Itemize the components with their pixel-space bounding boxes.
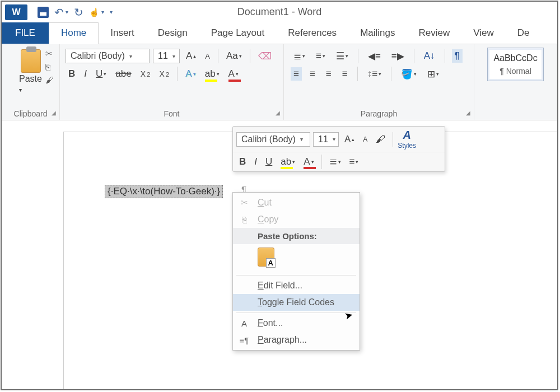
ctx-cut[interactable]: ✂Cut xyxy=(233,194,360,211)
group-label-font: Font xyxy=(63,108,280,120)
tab-references[interactable]: References xyxy=(276,23,348,44)
tab-home[interactable]: Home xyxy=(49,22,99,44)
decrease-indent-button[interactable]: ◀≡ xyxy=(365,49,384,63)
ribbon: Paste▾ ✂ ⎘ 🖌 Clipboard ◢ Calibri (Body)▾… xyxy=(2,44,557,120)
ctx-paste-keep-text[interactable] xyxy=(233,244,360,273)
mini-toolbar: Calibri (Body)▾ 11▾ A▴ A 🖌 AStyles B I U… xyxy=(232,126,445,172)
copy-icon: ⎘ xyxy=(239,215,250,225)
tab-design[interactable]: Design xyxy=(146,23,199,44)
tab-review[interactable]: Review xyxy=(407,23,461,44)
clipboard-launcher[interactable]: ◢ xyxy=(52,110,56,116)
group-label-paragraph: Paragraph xyxy=(287,108,470,120)
tab-developer[interactable]: De xyxy=(506,23,542,44)
shrink-font-button[interactable]: A xyxy=(202,51,213,62)
mini-styles-label[interactable]: Styles xyxy=(398,142,416,150)
ctx-paste-options-header: Paste Options: xyxy=(233,228,360,244)
copy-button[interactable]: ⎘ xyxy=(45,62,54,72)
group-font: Calibri (Body)▾ 11▾ A▴ A Aa▾ ⌫ B I U▾ ab… xyxy=(60,44,284,120)
mini-font-color[interactable]: A▾ xyxy=(301,155,316,169)
mini-font-combo[interactable]: Calibri (Body)▾ xyxy=(236,132,310,147)
scissors-icon: ✂ xyxy=(239,198,250,208)
qat-customize-button[interactable]: ▾ xyxy=(110,9,113,15)
tab-insert[interactable]: Insert xyxy=(99,23,146,44)
group-clipboard: Paste▾ ✂ ⎘ 🖌 Clipboard ◢ xyxy=(2,44,60,120)
redo-button[interactable]: ↻ xyxy=(74,6,83,19)
paragraph-launcher[interactable]: ◢ xyxy=(466,110,470,116)
numbering-button[interactable]: ≡▾ xyxy=(313,49,328,63)
cut-button[interactable]: ✂ xyxy=(45,49,54,59)
superscript-button[interactable]: X2 xyxy=(157,68,172,80)
font-color-button[interactable]: A▾ xyxy=(226,67,241,81)
tab-page-layout[interactable]: Page Layout xyxy=(199,23,276,44)
paste-label[interactable]: Paste▾ xyxy=(19,74,42,94)
font-icon: A xyxy=(239,319,250,328)
quick-access-toolbar: ↶▾ ↻ ☝▾ ▾ xyxy=(38,6,113,19)
mini-bold[interactable]: B xyxy=(236,155,249,169)
italic-button[interactable]: I xyxy=(81,67,90,81)
bold-button[interactable]: B xyxy=(66,67,78,81)
line-spacing-button[interactable]: ↕≡▾ xyxy=(365,67,384,81)
window-title: Document1 - Word xyxy=(237,6,322,18)
ctx-font[interactable]: AFont... xyxy=(233,315,360,332)
group-label-clipboard: Clipboard xyxy=(14,108,48,120)
mini-italic[interactable]: I xyxy=(251,155,260,169)
group-paragraph: ≣▾ ≡▾ ☰▾ ◀≡ ≡▶ A↓ ¶ ≡ ≡ ≡ ≡ ↕≡▾ 🪣▾ ⊞ xyxy=(284,44,474,120)
mini-size-combo[interactable]: 11▾ xyxy=(313,132,339,147)
tab-view[interactable]: View xyxy=(461,23,506,44)
ribbon-tabs: FILE Home Insert Design Page Layout Refe… xyxy=(2,22,557,44)
grow-font-button[interactable]: A▴ xyxy=(183,49,199,63)
borders-button[interactable]: ⊞▾ xyxy=(424,67,442,81)
group-styles: AaBbCcDc ¶ Normal xyxy=(474,44,557,120)
tab-mailings[interactable]: Mailings xyxy=(348,23,407,44)
format-painter-button[interactable]: 🖌 xyxy=(45,75,54,85)
increase-indent-button[interactable]: ≡▶ xyxy=(389,49,407,63)
subscript-button[interactable]: X2 xyxy=(138,68,153,80)
align-center-button[interactable]: ≡ xyxy=(307,67,318,81)
mini-grow-font[interactable]: A▴ xyxy=(342,133,357,146)
ctx-toggle-field-codes[interactable]: Toggle Field Codes xyxy=(233,294,360,311)
font-name-combo[interactable]: Calibri (Body)▾ xyxy=(66,49,150,63)
multilevel-button[interactable]: ☰▾ xyxy=(333,49,351,63)
align-left-button[interactable]: ≡ xyxy=(291,67,302,81)
save-icon xyxy=(38,7,49,18)
sort-button[interactable]: A↓ xyxy=(421,49,438,63)
underline-button[interactable]: U▾ xyxy=(93,67,109,81)
undo-button[interactable]: ↶▾ xyxy=(54,6,68,19)
mini-highlight[interactable]: ab▾ xyxy=(278,155,298,169)
show-marks-button[interactable]: ¶ xyxy=(452,49,463,63)
strikethrough-button[interactable]: abe xyxy=(113,67,134,81)
justify-button[interactable]: ≡ xyxy=(339,67,351,81)
mini-format-painter[interactable]: 🖌 xyxy=(373,133,388,146)
ctx-paragraph[interactable]: ≡¶Paragraph... xyxy=(233,332,360,348)
ctx-edit-field[interactable]: Edit Field... xyxy=(233,277,360,294)
mini-bullets[interactable]: ≣▾ xyxy=(326,155,344,169)
change-case-button[interactable]: Aa▾ xyxy=(223,49,245,63)
word-logo-icon: W xyxy=(5,4,27,20)
mini-numbering[interactable]: ≡▾ xyxy=(347,155,362,169)
paste-icon[interactable] xyxy=(21,49,41,73)
shading-button[interactable]: 🪣▾ xyxy=(398,67,419,81)
mini-underline[interactable]: U xyxy=(263,155,275,169)
font-size-combo[interactable]: 11▾ xyxy=(153,49,180,63)
clear-formatting-button[interactable]: ⌫ xyxy=(255,49,274,63)
title-bar: W ↶▾ ↻ ☝▾ ▾ Document1 - Word xyxy=(2,2,557,22)
ctx-copy[interactable]: ⎘Copy xyxy=(233,211,360,228)
save-button[interactable] xyxy=(38,7,49,18)
mini-shrink-font[interactable]: A xyxy=(360,134,370,144)
paste-text-icon xyxy=(258,248,274,267)
text-effects-button[interactable]: A▾ xyxy=(183,67,198,81)
highlight-button[interactable]: ab▾ xyxy=(202,67,222,81)
font-launcher[interactable]: ◢ xyxy=(276,110,280,116)
touch-mode-button[interactable]: ☝▾ xyxy=(89,7,104,17)
tab-file[interactable]: FILE xyxy=(2,22,49,44)
style-normal[interactable]: AaBbCcDc ¶ Normal xyxy=(487,48,543,81)
field-code-text[interactable]: {·EQ·\x·\to(How-To·Geek)·} xyxy=(105,185,223,198)
bullets-button[interactable]: ≣▾ xyxy=(291,49,308,63)
context-menu: ✂Cut ⎘Copy Paste Options: Edit Field... … xyxy=(232,192,360,351)
paragraph-icon: ≡¶ xyxy=(239,335,250,345)
align-right-button[interactable]: ≡ xyxy=(323,67,334,81)
